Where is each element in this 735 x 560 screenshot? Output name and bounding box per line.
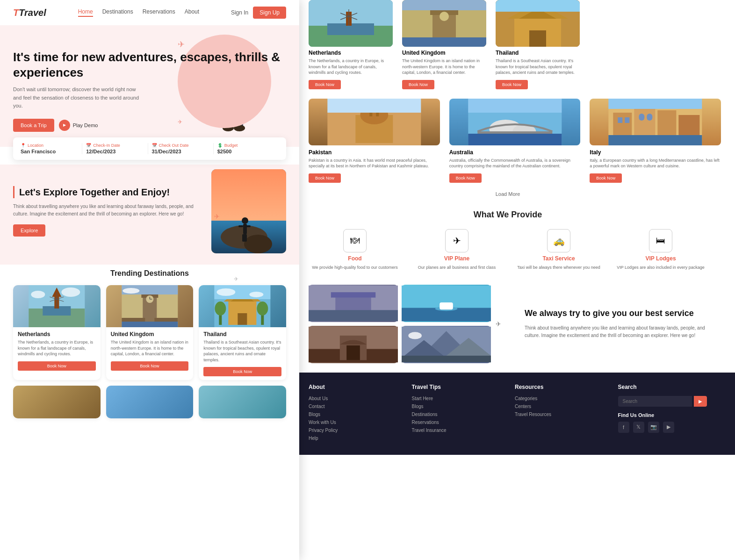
footer-about-us[interactable]: About Us: [309, 396, 398, 401]
aus-name: Australia: [449, 149, 581, 156]
explore-button[interactable]: Explore: [13, 224, 45, 237]
pak-desc: Pakistan is a country in Asia. It has wo…: [309, 158, 440, 169]
pak-illustration: [309, 99, 440, 145]
footer-tips-blogs[interactable]: Blogs: [412, 404, 501, 409]
lodges-desc: VIP Lodges are also included in every pa…: [617, 265, 704, 271]
budget-field[interactable]: 💲 Budget $2500: [217, 143, 279, 154]
service-text: We always try to give you our best servi…: [515, 308, 707, 339]
footer-tips-title: Travel Tips: [412, 384, 501, 390]
footer: About About Us Contact Blogs Work with U…: [281, 373, 735, 455]
italy-image: [590, 99, 721, 145]
destinations-grid: Netherlands The Netherlands, a country i…: [13, 285, 286, 380]
nav-home[interactable]: Home: [78, 8, 93, 17]
explore-img-inner: [211, 169, 286, 253]
uk-book-button[interactable]: Book Now: [111, 361, 189, 371]
footer-search: Search ▶ Find Us Online f 𝕏 📷 ▶: [618, 384, 707, 444]
plane-label: VIP Plane: [444, 255, 469, 262]
checkout-field[interactable]: 📅 Check Out Date 31/Dec/2023: [152, 143, 214, 154]
pakistan-image: [13, 386, 101, 418]
provide-food: 🍽 Food We provide high-quality food to o…: [309, 229, 401, 271]
twitter-icon[interactable]: 𝕏: [633, 422, 644, 433]
service-title: We always try to give you our best servi…: [525, 308, 707, 319]
checkin-field[interactable]: 📅 Check-In Date 12/Dec/2023: [86, 143, 148, 154]
service-description: Think about travelling anywhere you like…: [525, 324, 707, 339]
netherlands-illustration: [13, 285, 101, 327]
svg-point-71: [440, 12, 449, 21]
svg-rect-101: [647, 114, 653, 121]
top-strip: Netherlands The Netherlands, a country i…: [281, 0, 735, 99]
aus-book-button[interactable]: Book Now: [449, 173, 482, 183]
svg-rect-102: [609, 135, 702, 145]
svg-point-19: [244, 235, 272, 253]
strip-nl-title: Netherlands: [309, 50, 393, 56]
footer-work-with-us[interactable]: Work with Us: [309, 420, 398, 425]
footer-contact[interactable]: Contact: [309, 404, 398, 409]
thailand-book-button[interactable]: Book Now: [203, 367, 281, 376]
svg-point-34: [31, 291, 45, 298]
checkout-value: 31/Dec/2023: [152, 149, 208, 154]
strip-nl-book[interactable]: Book Now: [309, 80, 341, 89]
footer-search-bar: ▶: [618, 396, 707, 407]
airplane-decoration-4: ✈: [234, 276, 238, 282]
footer-help[interactable]: Help: [309, 436, 398, 441]
nav-about[interactable]: About: [185, 8, 199, 17]
hero-text: It's time for new adventures, escapes, t…: [13, 50, 286, 132]
play-demo-button[interactable]: ▶ Play Demo: [59, 120, 98, 131]
aus-illustration: [449, 99, 581, 145]
budget-value: $2500: [217, 149, 273, 154]
netherlands-book-button[interactable]: Book Now: [18, 361, 96, 371]
svg-rect-98: [618, 117, 623, 123]
footer-search-input[interactable]: [618, 396, 692, 407]
svg-point-47: [122, 288, 139, 294]
logo: TTravel: [13, 7, 46, 18]
netherlands-image: [13, 285, 101, 327]
book-trip-button[interactable]: Book a Trip: [13, 119, 54, 132]
mid-grid: Pakistan Pakistan is a country in Asia. …: [281, 99, 735, 187]
svg-rect-92: [468, 99, 562, 113]
search-bar: 📍 Location San Francisco 📅 Check-In Date…: [13, 137, 286, 160]
service-section: ✈ We always try to give you our best ser…: [281, 280, 735, 368]
footer-travel-resources[interactable]: Travel Resources: [515, 412, 604, 417]
svg-rect-115: [346, 345, 360, 360]
service-img-4: [402, 326, 491, 363]
svg-point-35: [61, 287, 80, 297]
footer-tips-destinations[interactable]: Destinations: [412, 412, 501, 417]
facebook-icon[interactable]: f: [618, 422, 629, 433]
sign-up-button[interactable]: Sign Up: [253, 7, 286, 19]
svc-illustration-1: [309, 285, 398, 322]
th-strip-illustration: [496, 0, 580, 47]
footer-start-here[interactable]: Start Here: [412, 396, 501, 401]
food-label: Food: [348, 255, 361, 262]
pak-book-button[interactable]: Book Now: [309, 173, 341, 183]
italy-book-button[interactable]: Book Now: [590, 173, 622, 183]
strip-th-book[interactable]: Book Now: [496, 80, 528, 89]
nav-reservations[interactable]: Reservations: [143, 8, 175, 17]
instagram-icon[interactable]: 📷: [648, 422, 659, 433]
footer-search-button[interactable]: ▶: [694, 396, 707, 407]
footer-resources-title: Resources: [515, 384, 604, 390]
footer-tips-reservations[interactable]: Reservations: [412, 420, 501, 425]
footer-privacy[interactable]: Privacy Policy: [309, 428, 398, 433]
play-icon: ▶: [59, 120, 70, 131]
footer-centers[interactable]: Centers: [515, 404, 604, 409]
load-more-button[interactable]: Load More: [281, 187, 735, 201]
dest-card-row2-1: [13, 386, 101, 418]
location-field[interactable]: 📍 Location San Francisco: [21, 143, 82, 154]
hero-title: It's time for new adventures, escapes, t…: [13, 50, 286, 80]
svg-rect-21: [243, 224, 247, 234]
svg-rect-25: [244, 234, 247, 242]
service-images: [309, 285, 491, 363]
food-desc: We provide high-quality food to our cust…: [312, 265, 397, 271]
svg-rect-103: [609, 99, 702, 109]
footer-blogs[interactable]: Blogs: [309, 412, 398, 417]
strip-uk-book[interactable]: Book Now: [402, 80, 434, 89]
plane-icon: ✈: [445, 229, 468, 252]
footer-categories[interactable]: Categories: [515, 396, 604, 401]
footer-tips-insurance[interactable]: Travel Insurance: [412, 428, 501, 433]
svg-point-55: [250, 292, 264, 297]
sign-in-link[interactable]: Sign In: [231, 9, 248, 16]
svg-rect-44: [154, 318, 178, 322]
youtube-icon[interactable]: ▶: [663, 422, 674, 433]
nav-destinations[interactable]: Destinations: [102, 8, 133, 17]
footer-about: About About Us Contact Blogs Work with U…: [309, 384, 398, 444]
